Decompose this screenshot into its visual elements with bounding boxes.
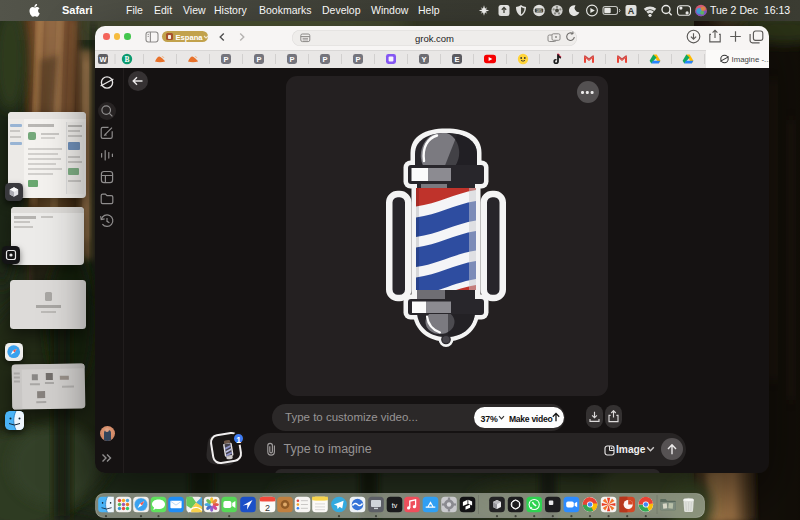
- svg-text:P: P: [256, 55, 261, 64]
- svg-text:P: P: [322, 55, 327, 64]
- svg-text:Y: Y: [421, 55, 426, 64]
- svg-text:W: W: [99, 55, 107, 64]
- svg-text:A: A: [628, 6, 635, 16]
- svg-text:B: B: [124, 55, 129, 64]
- svg-text:P: P: [355, 55, 360, 64]
- svg-text:E: E: [454, 55, 459, 64]
- svg-text:P: P: [289, 55, 294, 64]
- svg-text:185: 185: [536, 9, 542, 13]
- svg-text:tv: tv: [392, 502, 398, 509]
- svg-text:P: P: [223, 55, 228, 64]
- svg-text:Imagine -...: Imagine -...: [732, 55, 770, 64]
- svg-text:2: 2: [265, 503, 270, 513]
